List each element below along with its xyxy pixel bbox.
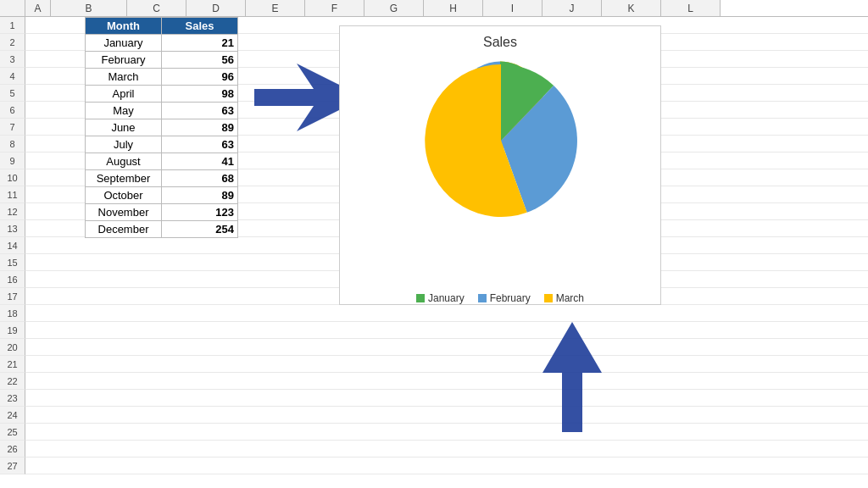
- table-row[interactable]: September68: [86, 170, 238, 187]
- row-num-13[interactable]: 13: [0, 220, 25, 237]
- row-num-17[interactable]: 17: [0, 288, 25, 305]
- row-num-1[interactable]: 1: [0, 17, 25, 34]
- legend-item-february: February: [478, 292, 531, 304]
- svg-marker-1: [542, 322, 602, 432]
- col-header-i[interactable]: I: [483, 0, 542, 16]
- month-cell[interactable]: April: [86, 86, 162, 103]
- sales-cell[interactable]: 63: [162, 136, 238, 153]
- col-header-b[interactable]: B: [51, 0, 127, 16]
- table-row[interactable]: December254: [86, 221, 238, 238]
- row-num-16[interactable]: 16: [0, 271, 25, 288]
- legend-item-march: March: [544, 292, 584, 304]
- col-header-d[interactable]: D: [186, 0, 246, 16]
- month-cell[interactable]: July: [86, 136, 162, 153]
- sales-cell[interactable]: 63: [162, 103, 238, 119]
- month-cell[interactable]: February: [86, 52, 162, 69]
- sales-cell[interactable]: 56: [162, 52, 238, 69]
- row-area: 1 2 3 4 5 6 7 8 9 10 11 12 13 14 15 16 1…: [0, 17, 868, 488]
- chart-area: Sales: [339, 25, 661, 305]
- row-num-26[interactable]: 26: [0, 441, 25, 458]
- month-cell[interactable]: September: [86, 170, 162, 187]
- sales-cell[interactable]: 254: [162, 221, 238, 238]
- row-num-6[interactable]: 6: [0, 102, 25, 119]
- col-header-e[interactable]: E: [246, 0, 305, 16]
- month-cell[interactable]: August: [86, 153, 162, 170]
- row-num-4[interactable]: 4: [0, 68, 25, 85]
- row-num-14[interactable]: 14: [0, 237, 25, 254]
- table-row[interactable]: October89: [86, 187, 238, 204]
- row-numbers: 1 2 3 4 5 6 7 8 9 10 11 12 13 14 15 16 1…: [0, 17, 25, 488]
- col-header-l[interactable]: L: [661, 0, 721, 16]
- grid-content[interactable]: Month Sales January21February56March96Ap…: [25, 17, 868, 488]
- table-row[interactable]: March96: [86, 69, 238, 86]
- table-row[interactable]: August41: [86, 153, 238, 170]
- sales-cell[interactable]: 123: [162, 204, 238, 221]
- row-num-9[interactable]: 9: [0, 152, 25, 169]
- row-num-5[interactable]: 5: [0, 85, 25, 102]
- legend-dot-march: [544, 294, 553, 302]
- col-header-f[interactable]: F: [305, 0, 364, 16]
- sales-cell[interactable]: 68: [162, 170, 238, 187]
- table-row[interactable]: May63: [86, 103, 238, 119]
- row-num-21[interactable]: 21: [0, 356, 25, 373]
- month-cell[interactable]: June: [86, 119, 162, 136]
- table-row[interactable]: June89: [86, 119, 238, 136]
- sales-header: Sales: [162, 18, 238, 35]
- month-cell[interactable]: November: [86, 204, 162, 221]
- row-num-11[interactable]: 11: [0, 186, 25, 203]
- month-cell[interactable]: March: [86, 69, 162, 86]
- corner-cell: [0, 0, 25, 16]
- sales-cell[interactable]: 41: [162, 153, 238, 170]
- month-cell[interactable]: January: [86, 35, 162, 52]
- sales-cell[interactable]: 98: [162, 86, 238, 103]
- legend-label-march: March: [556, 292, 584, 304]
- row-num-18[interactable]: 18: [0, 305, 25, 322]
- legend-label-january: January: [428, 292, 465, 304]
- table-row[interactable]: February56: [86, 52, 238, 69]
- sales-cell[interactable]: 89: [162, 119, 238, 136]
- row-num-25[interactable]: 25: [0, 424, 25, 441]
- legend-dot-february: [478, 294, 487, 302]
- month-header: Month: [86, 18, 162, 35]
- col-header-g[interactable]: G: [364, 0, 424, 16]
- up-arrow: [542, 322, 602, 435]
- legend-item-january: January: [416, 292, 465, 304]
- sales-cell[interactable]: 21: [162, 35, 238, 52]
- col-header-a[interactable]: A: [25, 0, 51, 16]
- row-num-10[interactable]: 10: [0, 169, 25, 186]
- data-table[interactable]: Month Sales January21February56March96Ap…: [85, 17, 238, 238]
- row-num-2[interactable]: 2: [0, 34, 25, 51]
- row-num-23[interactable]: 23: [0, 390, 25, 407]
- month-cell[interactable]: December: [86, 221, 162, 238]
- column-headers: A B C D E F G H I J K L: [0, 0, 868, 17]
- row-num-20[interactable]: 20: [0, 339, 25, 356]
- row-num-22[interactable]: 22: [0, 373, 25, 390]
- month-cell[interactable]: October: [86, 187, 162, 204]
- month-cell[interactable]: May: [86, 103, 162, 119]
- col-header-k[interactable]: K: [602, 0, 661, 16]
- row-num-19[interactable]: 19: [0, 322, 25, 339]
- table-row[interactable]: July63: [86, 136, 238, 153]
- col-header-j[interactable]: J: [542, 0, 602, 16]
- row-num-24[interactable]: 24: [0, 407, 25, 424]
- row-num-12[interactable]: 12: [0, 203, 25, 220]
- sales-cell[interactable]: 89: [162, 187, 238, 204]
- row-num-8[interactable]: 8: [0, 136, 25, 152]
- col-header-h[interactable]: H: [424, 0, 483, 16]
- row-num-15[interactable]: 15: [0, 254, 25, 271]
- chart-title: Sales: [483, 35, 517, 50]
- pie-chart-main: [408, 56, 594, 225]
- col-header-c[interactable]: C: [127, 0, 186, 16]
- legend-dot-january: [416, 294, 425, 302]
- legend-label-february: February: [490, 292, 531, 304]
- row-num-27[interactable]: 27: [0, 458, 25, 474]
- row-num-7[interactable]: 7: [0, 119, 25, 136]
- spreadsheet: A B C D E F G H I J K L 1 2 3 4 5 6 7 8 …: [0, 0, 868, 488]
- sales-cell[interactable]: 96: [162, 69, 238, 86]
- table-row[interactable]: April98: [86, 86, 238, 103]
- row-num-3[interactable]: 3: [0, 51, 25, 68]
- table-row[interactable]: November123: [86, 204, 238, 221]
- table-row[interactable]: January21: [86, 35, 238, 52]
- chart-legend: January February March: [416, 292, 584, 304]
